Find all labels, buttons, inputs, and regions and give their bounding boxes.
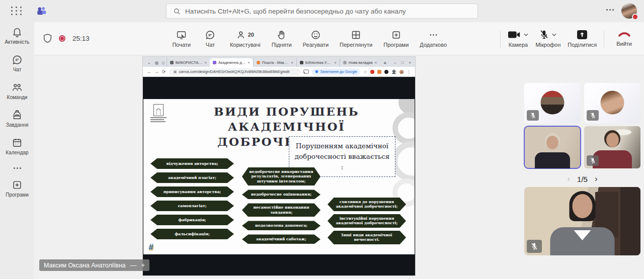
window-close-button[interactable]: × <box>409 60 411 65</box>
participant-tile-avatar-2[interactable] <box>584 83 640 123</box>
sidebar-item-chat[interactable]: Чат <box>0 50 34 77</box>
app-launcher-waffle-icon[interactable] <box>11 7 23 16</box>
extension-icon-red[interactable] <box>370 70 374 74</box>
browser-icon-tab[interactable] <box>153 59 160 67</box>
urlbar-actions: Запитання до Google ☆ ⋮ <box>303 68 411 75</box>
browser-tab-strip: ⌄ ВИКОРИСТАННЯ × Академічна добро × Пошт… <box>143 57 415 67</box>
site-settings-icon[interactable] <box>173 70 177 74</box>
apps-button[interactable]: Програми <box>383 30 409 48</box>
sidebar-item-activity[interactable]: Активність <box>0 22 34 50</box>
pagination-prev-icon[interactable]: ‹ <box>567 174 570 184</box>
participants-count-badge: 20 <box>248 32 254 38</box>
ellipsis-icon <box>428 30 439 40</box>
extension-icon-orange[interactable] <box>377 70 381 74</box>
bookmark-star-icon[interactable]: ☆ <box>363 69 367 74</box>
meeting-actions-group: Почати Чат 20 Користувачі Підняти Реагув… <box>172 30 447 48</box>
browser-tab[interactable]: Нова вкладка × <box>340 58 380 67</box>
browser-icon-tab[interactable] <box>160 59 167 67</box>
teams-logo-icon[interactable] <box>36 6 47 17</box>
topbar-more-icon[interactable] <box>606 9 614 11</box>
search-input[interactable]: Натисніть Ctrl+Alt+G, щоб перейти безпос… <box>166 4 478 19</box>
cast-icon[interactable] <box>303 69 309 74</box>
window-maximize-button[interactable]: □ <box>401 60 404 65</box>
extension-icon-dark[interactable] <box>384 70 388 74</box>
tab-close-icon[interactable]: × <box>204 60 207 65</box>
tab-close-icon[interactable]: × <box>291 60 293 65</box>
browser-tab-active[interactable]: Академічна добро × <box>210 58 253 67</box>
leave-button[interactable]: Вийти <box>611 29 637 47</box>
react-button[interactable]: Реагувати <box>303 30 329 48</box>
browser-tab[interactable]: ВИКОРИСТАННЯ × <box>167 58 210 67</box>
browser-tab[interactable]: Пошта - Максим О × <box>253 58 296 67</box>
google-qa-chip[interactable]: Запитання до Google <box>312 68 360 75</box>
participant-tile-large[interactable] <box>524 187 640 255</box>
url-text: canva.com/design/DAHEGrOwIAQ/KQJIv8f8405… <box>179 69 290 74</box>
mic-muted-icon <box>590 112 596 119</box>
forward-button[interactable]: → <box>154 69 159 74</box>
zoom-out-button[interactable]: — <box>130 261 137 269</box>
tab-close-icon[interactable]: × <box>248 60 250 65</box>
plus-square-icon <box>391 30 401 40</box>
participant-avatar <box>541 91 565 115</box>
violation-banner: академічний плагіат; <box>150 172 234 183</box>
stage-bottom-margin <box>34 276 644 279</box>
tab-close-icon[interactable]: × <box>334 60 337 65</box>
pagination-next-icon[interactable]: › <box>595 174 598 184</box>
violation-banner: інституційні порушення академічної добро… <box>328 214 406 228</box>
camera-button[interactable]: Камера <box>508 29 528 48</box>
new-tab-button[interactable]: + <box>380 60 390 67</box>
reload-button[interactable]: ⟳ <box>162 69 166 74</box>
microphone-button[interactable]: Мікрофон <box>535 29 560 48</box>
button-label: Почати <box>172 42 191 48</box>
more-options-button[interactable]: Додатково <box>420 30 447 48</box>
button-label: Додатково <box>420 42 447 48</box>
raise-hand-button[interactable]: Підняти <box>272 30 292 48</box>
presence-busy-badge <box>632 14 638 20</box>
participant-video <box>524 126 581 168</box>
zoom-in-button[interactable]: + <box>141 261 145 269</box>
meeting-stage: ⌄ ВИКОРИСТАННЯ × Академічна добро × Пошт… <box>34 55 644 279</box>
participant-tile-speaking[interactable] <box>524 126 581 168</box>
address-input[interactable]: canva.com/design/DAHEGrOwIAQ/KQJIv8f8405… <box>169 68 301 75</box>
divider <box>604 31 604 48</box>
share-screen-icon <box>577 30 588 40</box>
tab-search-chevron-icon[interactable]: ⌄ <box>145 60 153 67</box>
participant-tile-avatar-1[interactable] <box>524 83 581 123</box>
tab-title: Пошта - Максим О <box>262 60 289 65</box>
back-button[interactable]: ← <box>147 69 151 74</box>
sidebar-item-calendar[interactable]: Календар <box>0 133 34 160</box>
sidebar-item-apps[interactable]: Програми <box>0 175 34 203</box>
participants-button[interactable]: 20 Користувачі <box>230 30 261 48</box>
violation-banner: недозволена допомога; <box>242 221 320 230</box>
view-button[interactable]: Переглянути <box>340 30 372 48</box>
tab-close-icon[interactable]: × <box>375 60 377 65</box>
extensions-puzzle-icon[interactable] <box>391 69 396 74</box>
meeting-toolbar: 25:13 Почати Чат 20 Користувачі Підняти <box>34 22 644 55</box>
meeting-chat-button[interactable]: Чат <box>202 30 219 48</box>
chevron-down-icon[interactable] <box>524 33 528 36</box>
window-minimize-button[interactable]: – <box>394 60 396 65</box>
mic-muted-icon <box>539 30 549 40</box>
share-button[interactable]: Поділитися <box>568 29 597 48</box>
tab-favicon-canva <box>213 61 216 64</box>
slide-column-1: відчуження авторства; академічний плагіа… <box>150 158 234 239</box>
device-controls-group: Камера Мікрофон Поділитися Вийти <box>500 29 637 48</box>
button-label: Підняти <box>272 42 292 48</box>
browser-menu-icon[interactable]: ⋮ <box>407 69 411 74</box>
plus-square-icon <box>12 179 23 191</box>
slide-title-line1: ВИДИ ПОРУШЕНЬ <box>164 104 410 119</box>
start-presenting-button[interactable]: Почати <box>172 30 191 48</box>
shield-icon <box>43 34 52 43</box>
browser-profile-avatar[interactable] <box>399 70 404 74</box>
mic-muted-icon <box>590 157 596 164</box>
chevron-down-icon[interactable] <box>552 33 556 36</box>
sidebar-item-assignments[interactable]: Завдання <box>0 105 34 133</box>
participants-pagination: ‹ 1/5 › <box>524 174 640 184</box>
sidebar-item-teams[interactable]: Команди <box>0 77 34 105</box>
sidebar-more-icon[interactable] <box>0 160 34 175</box>
browser-tab[interactable]: Бібліотека Універс × <box>296 58 340 67</box>
tab-title: ВИКОРИСТАННЯ <box>176 60 202 65</box>
user-avatar[interactable] <box>621 3 637 19</box>
participant-tile-video-2[interactable] <box>584 126 640 168</box>
hang-up-icon <box>618 29 631 39</box>
